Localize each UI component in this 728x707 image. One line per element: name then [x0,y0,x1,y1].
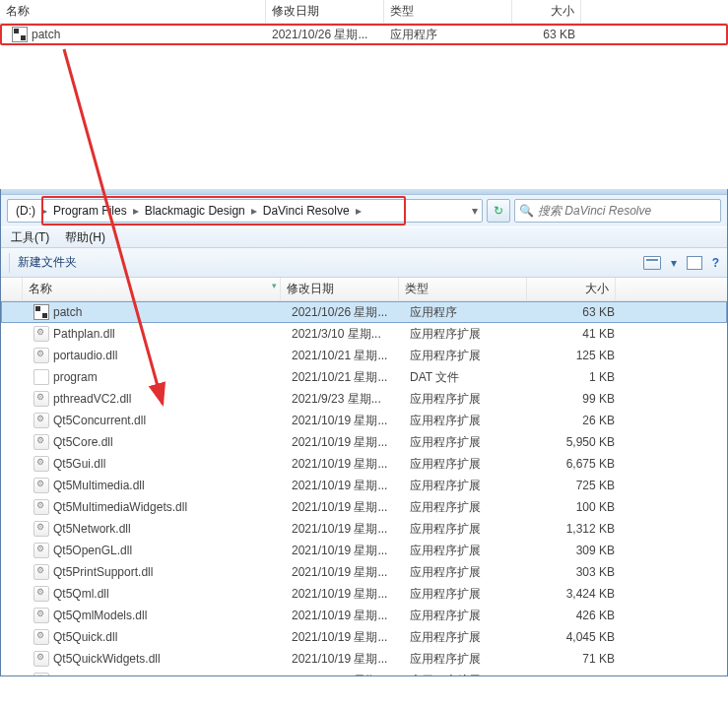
file-size: 3,424 KB [532,585,621,603]
menu-help[interactable]: 帮助(H) [59,227,111,248]
file-name: patch [53,305,82,319]
col-name[interactable]: 名称▾ [23,278,281,301]
refresh-button[interactable]: ↻ [487,199,510,223]
col-date[interactable]: 修改日期 [281,278,399,301]
file-date: 2021/10/19 星期... [286,411,404,431]
refresh-icon: ↻ [494,204,503,218]
new-folder-button[interactable]: 新建文件夹 [18,254,77,271]
search-icon: 🔍 [519,204,534,218]
dropdown-icon[interactable]: ▾ [472,204,478,218]
file-icon [33,499,49,515]
file-type: 应用程序扩展 [404,389,532,410]
file-name: Qt5Quick.dll [53,630,117,644]
file-date: 2021/10/19 星期... [286,454,404,475]
chevron-right-icon[interactable]: ▸ [41,204,47,218]
file-icon [33,586,49,602]
col-type[interactable]: 类型 [384,0,512,24]
breadcrumb-seg-1[interactable]: Blackmagic Design [141,202,249,220]
file-row[interactable]: patch 2021/10/26 星期... 应用程序 63 KB [1,301,727,323]
file-name: Pathplan.dll [53,327,115,341]
file-size: 1,312 KB [532,520,621,538]
dropdown-icon[interactable]: ▾ [671,256,677,270]
file-size: 725 KB [532,477,621,494]
file-row[interactable]: patch 2021/10/26 星期... 应用程序 63 KB [0,24,728,45]
file-date: 2021/10/21 星期... [286,346,404,366]
breadcrumb-drive[interactable]: (D:) [12,202,39,220]
file-name: Qt5OpenGL.dll [53,544,132,557]
file-row[interactable]: pthreadVC2.dll 2021/9/23 星期... 应用程序扩展 99… [1,388,727,410]
file-icon [33,651,49,667]
file-name: Qt5Concurrent.dll [53,414,146,427]
chevron-right-icon[interactable]: ▸ [133,204,139,218]
file-row[interactable]: Qt5Quick.dll 2021/10/19 星期... 应用程序扩展 4,0… [1,626,727,648]
file-row[interactable]: Qt5Network.dll 2021/10/19 星期... 应用程序扩展 1… [1,518,727,540]
breadcrumb-seg-2[interactable]: DaVinci Resolve [259,202,354,220]
file-type: 应用程序扩展 [404,411,532,431]
file-date: 2021/10/19 星期... [286,671,404,676]
file-icon [33,391,49,407]
file-row[interactable]: Qt5Qml.dll 2021/10/19 星期... 应用程序扩展 3,424… [1,583,727,605]
file-row[interactable]: portaudio.dll 2021/10/21 星期... 应用程序扩展 12… [1,345,727,366]
file-row[interactable]: Qt5MultimediaWidgets.dll 2021/10/19 星期..… [1,496,727,518]
file-name: Qt5QmlModels.dll [53,609,147,622]
file-size: 63 KB [512,26,581,43]
file-type: 应用程序扩展 [404,476,532,496]
file-row[interactable]: Qt5Concurrent.dll 2021/10/19 星期... 应用程序扩… [1,410,727,431]
chevron-right-icon[interactable]: ▸ [251,204,257,218]
file-row[interactable]: program 2021/10/21 星期... DAT 文件 1 KB [1,366,727,388]
col-date[interactable]: 修改日期 [266,0,384,24]
file-icon [33,521,49,537]
address-row: (D:) ▸ Program Files ▸ Blackmagic Design… [1,195,727,226]
file-size: 125 KB [532,347,621,364]
file-type: 应用程序扩展 [404,519,532,540]
file-row[interactable]: Pathplan.dll 2021/3/10 星期... 应用程序扩展 41 K… [1,323,727,345]
tree-toggle[interactable] [1,278,23,301]
preview-pane-icon[interactable] [687,256,702,270]
file-icon [33,478,49,493]
file-size: 41 KB [532,325,621,343]
file-row[interactable]: Qt5QuickWidgets.dll 2021/10/19 星期... 应用程… [1,648,727,670]
file-row[interactable]: Qt5Gui.dll 2021/10/19 星期... 应用程序扩展 6,675… [1,453,727,475]
file-size: 100 KB [532,498,621,516]
col-type[interactable]: 类型 [399,278,527,301]
file-size: 309 KB [532,542,621,559]
search-box[interactable]: 🔍 [514,199,721,223]
file-name: Qt5Qml.dll [53,587,109,601]
search-input[interactable] [538,204,716,218]
file-name: Qt5MultimediaWidgets.dll [53,500,187,514]
col-name[interactable]: 名称 [0,0,266,24]
file-row[interactable]: Qt5Multimedia.dll 2021/10/19 星期... 应用程序扩… [1,475,727,496]
top-column-header: 名称 修改日期 类型 大小 [0,0,728,24]
sort-indicator-icon: ▾ [272,281,277,290]
file-row[interactable]: Qt5OpenGL.dll 2021/10/19 星期... 应用程序扩展 30… [1,540,727,561]
chevron-right-icon[interactable]: ▸ [356,204,362,218]
file-type: 应用程序扩展 [404,346,532,366]
file-row[interactable]: Qt5Core.dll 2021/10/19 星期... 应用程序扩展 5,95… [1,431,727,453]
file-icon [33,326,49,342]
help-icon[interactable]: ? [712,256,719,270]
file-size: 6,675 KB [532,455,621,473]
file-size: 4,045 KB [532,628,621,646]
file-type: 应用程序扩展 [404,454,532,475]
breadcrumb-seg-0[interactable]: Program Files [49,202,131,220]
file-row[interactable]: Qt5QmlModels.dll 2021/10/19 星期... 应用程序扩展… [1,605,727,626]
file-date: 2021/10/19 星期... [286,519,404,540]
col-size[interactable]: 大小 [527,278,616,301]
col-size[interactable]: 大小 [512,0,581,24]
address-bar[interactable]: (D:) ▸ Program Files ▸ Blackmagic Design… [7,199,483,223]
file-date: 2021/10/19 星期... [286,606,404,626]
file-size: 1 KB [532,368,621,386]
file-date: 2021/10/19 星期... [286,476,404,496]
file-type: 应用程序扩展 [404,497,532,518]
file-row[interactable]: Qt5Sql.dll 2021/10/19 星期... 应用程序扩展 199 K… [1,670,727,675]
file-name: Qt5PrintSupport.dll [53,565,153,579]
menu-tools[interactable]: 工具(T) [5,227,55,248]
file-type: 应用程序扩展 [404,606,532,626]
file-date: 2021/10/26 星期... [286,302,404,323]
file-date: 2021/9/23 星期... [286,389,404,410]
file-type: 应用程序扩展 [404,627,532,648]
separator [9,253,10,273]
file-row[interactable]: Qt5PrintSupport.dll 2021/10/19 星期... 应用程… [1,561,727,583]
file-date: 2021/10/19 星期... [286,627,404,648]
view-options-icon[interactable] [643,256,661,270]
